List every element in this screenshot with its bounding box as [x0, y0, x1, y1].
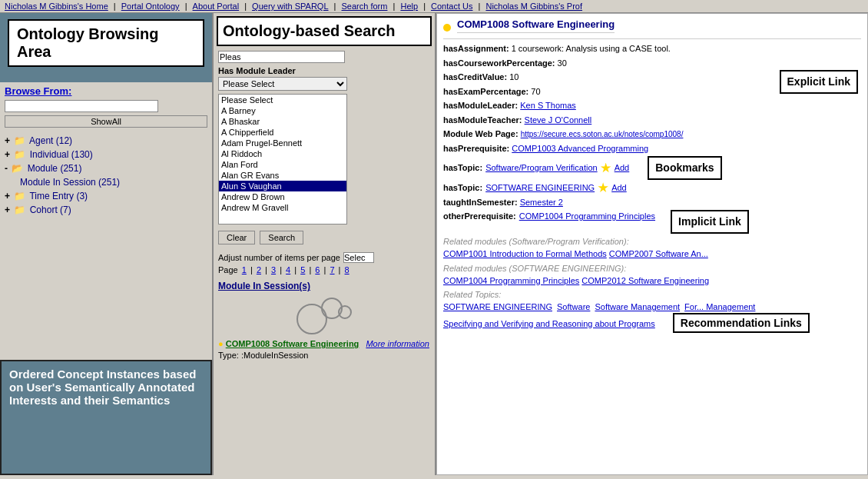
explicit-link-annotation: Explicit Link	[780, 70, 858, 94]
page-link-8[interactable]: 8	[345, 265, 350, 274]
nav-contact[interactable]: Contact Us	[431, 2, 472, 11]
ontology-tree: + 📁 Agent (12) + 📁 Individual (130) - 📂 …	[0, 131, 212, 360]
nav-profile[interactable]: Nicholas M Gibbins's Prof	[485, 2, 582, 11]
related-topics-links: SOFTWARE ENGINEERING Software Software M…	[443, 301, 861, 314]
dropdown-item-1[interactable]: A Barney	[219, 105, 346, 116]
implicit-link-annotation: Implicit Link	[671, 210, 749, 234]
module-web-page-link[interactable]: https://secure.ecs.soton.ac.uk/notes/com…	[521, 130, 684, 138]
page-link-1[interactable]: 1	[242, 265, 247, 274]
related-link-comp1004[interactable]: COMP1004 Programming Principles	[443, 276, 579, 285]
circle-small	[338, 305, 352, 319]
nav-sep-3: |	[244, 2, 249, 11]
prop-module-leader: hasModuleLeader: Ken S Thomas	[443, 99, 861, 112]
dropdown-item-2[interactable]: A Bhaskar	[219, 116, 346, 127]
dropdown-item-7[interactable]: Alan GR Evans	[219, 170, 346, 181]
topic-link-specifying[interactable]: Specifying and Verifying and Reasoning a…	[443, 319, 655, 328]
dropdown-item-9[interactable]: Andrew D Brown	[219, 191, 346, 202]
page-link-6[interactable]: 6	[315, 265, 320, 274]
prop-topic-1: hasTopic: Software/Program Verification …	[443, 156, 861, 180]
prop-exam-pct: hasExamPercentage: 70 Explicit Link	[443, 85, 861, 98]
filter-select-module-leader[interactable]: Please Select A Barney A Bhaskar	[218, 77, 347, 91]
sidebar-title: Ontology Browsing Area	[17, 25, 158, 60]
page-link-7[interactable]: 7	[330, 265, 334, 274]
nav-sep-5: |	[393, 2, 398, 11]
sidebar-title-box: Ontology Browsing Area	[0, 13, 212, 82]
browse-search-input[interactable]	[5, 100, 158, 112]
semester-link[interactable]: Semester 2	[520, 198, 563, 207]
items-per-page-row: Adjust number of items per page	[218, 252, 430, 263]
dropdown-list[interactable]: Please Select A Barney A Bhaskar A Chipp…	[218, 94, 347, 225]
prop-other-prereq: otherPrerequisite: COMP1004 Programming …	[443, 210, 861, 234]
tree-item-agent[interactable]: + 📁 Agent (12)	[5, 134, 207, 148]
filter-label: Has Module Leader	[218, 66, 430, 75]
tree-item-cohort[interactable]: + 📁 Cohort (7)	[5, 203, 207, 217]
show-all-button[interactable]: ShowAll	[5, 115, 207, 128]
page-link-3[interactable]: 3	[271, 265, 276, 274]
clear-button[interactable]: Clear	[218, 231, 255, 244]
dropdown-item-10[interactable]: Andrew M Gravell	[219, 202, 346, 213]
session-module-link[interactable]: COMP1008 Software Engineering	[226, 339, 359, 348]
folder-open-icon: 📂	[12, 163, 23, 174]
dropdown-item-8[interactable]: Alun S Vaughan	[219, 181, 346, 191]
dropdown-item-6[interactable]: Alan Ford	[219, 159, 346, 170]
topic-2-link[interactable]: SOFTWARE ENGINEERING	[485, 181, 595, 195]
module-in-session-link[interactable]: Module In Session(s)	[214, 278, 435, 294]
related-link-comp2007[interactable]: COMP2007 Software An...	[609, 249, 708, 258]
topic-link-se[interactable]: SOFTWARE ENGINEERING	[443, 301, 552, 314]
related-link-comp2012[interactable]: COMP2012 Software Engineering	[581, 276, 709, 285]
dropdown-item-3[interactable]: A Chipperfield	[219, 127, 346, 138]
bookmark-star-1-icon	[601, 163, 611, 174]
add-bookmark-2[interactable]: Add	[611, 181, 627, 195]
search-panel: Ontology-based Search Has Module Leader …	[214, 13, 436, 475]
module-teacher-link[interactable]: Steve J O'Connell	[525, 115, 592, 125]
session-module-row: ● COMP1008 Software Engineering More inf…	[214, 338, 435, 350]
nav-about-portal[interactable]: About Portal	[193, 2, 240, 11]
related-links-2: COMP1004 Programming Principles COMP2012…	[443, 274, 861, 288]
tree-item-time-entry[interactable]: + 📁 Time Entry (3)	[5, 189, 207, 203]
folder-icon: 📁	[14, 191, 25, 201]
related-heading-2: Related modules (SOFTWARE ENGINEERING):	[443, 264, 861, 273]
sidebar: Ontology Browsing Area Browse From: Show…	[0, 13, 214, 475]
nav-home[interactable]: Nicholas M Gibbins's Home	[5, 2, 108, 11]
more-info-link[interactable]: More information	[366, 339, 429, 348]
search-buttons-row: Clear Search	[218, 231, 430, 244]
topic-link-sw-mgmt[interactable]: Software Management	[595, 301, 680, 314]
search-button[interactable]: Search	[260, 231, 303, 244]
module-leader-link[interactable]: Ken S Thomas	[520, 101, 576, 110]
items-per-page-input[interactable]	[343, 252, 374, 263]
content-panel: COMP1008 Software Engineering hasAssignm…	[436, 13, 868, 475]
related-topics-heading: Related Topics:	[443, 290, 861, 299]
other-prereq-link[interactable]: COMP1004 Programming Principles	[519, 210, 655, 223]
page-numbers: Page 1 | 2 | 3 | 4 | 5 | 6 | 7 | 8	[218, 265, 430, 274]
filter-row-module-leader: Has Module Leader Please Select A Barney…	[218, 66, 430, 91]
nav-portal-ontology[interactable]: Portal Ontology	[121, 2, 180, 11]
prop-prerequisite: hasPrerequisite: COMP1003 Advanced Progr…	[443, 142, 861, 155]
prerequisite-link[interactable]: COMP1003 Advanced Programming	[512, 144, 648, 153]
content-title: COMP1008 Software Engineering	[457, 18, 615, 33]
nav-help[interactable]: Help	[400, 2, 418, 11]
bookmarks-annotation: Bookmarks	[648, 156, 721, 180]
dropdown-item-4[interactable]: Adam Prugel-Bennett	[219, 138, 346, 148]
nav-sparql[interactable]: Query with SPARQL	[252, 2, 328, 11]
related-topics-links-2: Specifying and Verifying and Reasoning a…	[443, 315, 861, 331]
search-text-input[interactable]	[218, 51, 345, 63]
topic-link-for-mgmt[interactable]: For... Management	[684, 301, 755, 314]
related-link-comp1001[interactable]: COMP1001 Introduction to Formal Methods	[443, 249, 607, 258]
dropdown-item-0[interactable]: Please Select	[219, 95, 346, 105]
topic-1-link[interactable]: Software/Program Verification	[485, 161, 598, 175]
page-link-4[interactable]: 4	[286, 265, 290, 274]
tree-item-individual[interactable]: + 📁 Individual (130)	[5, 148, 207, 161]
prop-assignment: hasAssignment: 1 coursework: Analysis us…	[443, 42, 861, 55]
page-link-5[interactable]: 5	[300, 265, 305, 274]
add-bookmark-1[interactable]: Add	[615, 161, 630, 175]
folder-icon: 📁	[14, 149, 25, 160]
prop-semester: taughtInSemester: Semester 2	[443, 196, 861, 209]
topic-link-software[interactable]: Software	[557, 301, 590, 314]
nav-sep-2: |	[185, 2, 190, 11]
page-link-2[interactable]: 2	[257, 265, 261, 274]
prop-coursework-pct: hasCourseworkPercentage: 30	[443, 57, 861, 70]
tree-item-module[interactable]: - 📂 Module (251)	[5, 161, 207, 175]
dropdown-item-5[interactable]: Al Riddoch	[219, 148, 346, 159]
nav-search-form[interactable]: Search form	[342, 2, 388, 11]
tree-item-module-session[interactable]: Module In Session (251)	[5, 175, 207, 189]
